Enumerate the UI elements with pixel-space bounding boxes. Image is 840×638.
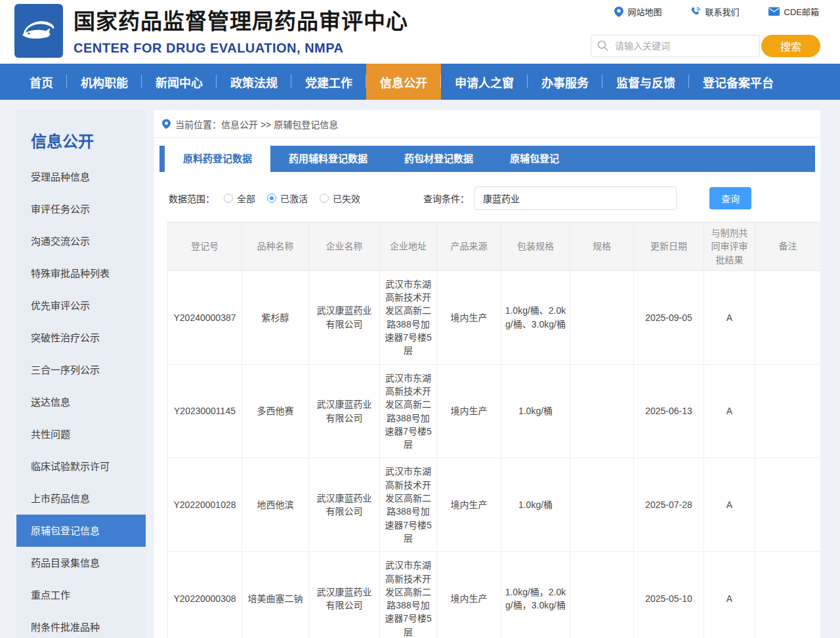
- nav-item[interactable]: 新闻中心: [142, 64, 217, 100]
- cell-company-name: 武汉康蓝药业有限公司: [309, 458, 380, 552]
- sidebar: 信息公开 受理品种信息 审评任务公示 沟通交流公示 特殊审批品种列表 优先审评公…: [16, 110, 146, 638]
- cell-spec: [570, 458, 634, 552]
- table-row: Y20240000387 紫杉醇 武汉康蓝药业有限公司 武汉市东湖高新技术开发区…: [168, 270, 821, 364]
- breadcrumb: 当前位置：信息公开 >> 原辅包登记信息: [154, 110, 820, 138]
- cell-company-address: 武汉市东湖高新技术开发区高新二路388号加速器7号楼5层: [380, 458, 437, 552]
- scope-label: 数据范围：: [169, 192, 215, 205]
- sidebar-item[interactable]: 上市药品信息: [16, 482, 146, 515]
- site-header: 国家药品监督管理局药品审评中心 CENTER FOR DRUG EVALUATI…: [0, 0, 840, 64]
- nav-item[interactable]: 办事服务: [528, 64, 602, 100]
- cell-review-result: A: [704, 270, 755, 364]
- cell-company-address: 武汉市东湖高新技术开发区高新二路388号加速器7号楼5层: [380, 270, 437, 364]
- tab[interactable]: 药用辅料登记数据: [270, 146, 386, 172]
- keyword-search-input[interactable]: [591, 35, 760, 57]
- cell-review-result: A: [704, 364, 755, 458]
- nav-item[interactable]: 政策法规: [217, 64, 291, 100]
- nav-item[interactable]: 申请人之窗: [441, 64, 528, 100]
- nav-item[interactable]: 首页: [16, 64, 67, 100]
- col-header: 登记号: [168, 223, 242, 271]
- nav-item[interactable]: 监督与反馈: [602, 64, 689, 100]
- header-search: 搜索: [591, 35, 820, 57]
- col-header: 品种名称: [242, 223, 309, 271]
- cell-review-result: A: [704, 552, 755, 638]
- cell-company-name: 武汉康蓝药业有限公司: [309, 364, 380, 458]
- cell-update-date: 2025-06-13: [634, 364, 704, 458]
- sidebar-item[interactable]: 优先审评公示: [16, 289, 146, 322]
- tab[interactable]: 原辅包登记: [492, 146, 578, 172]
- sidebar-item[interactable]: 送达信息: [16, 386, 146, 418]
- search-button[interactable]: 搜索: [761, 35, 820, 57]
- phone-icon: [691, 7, 701, 16]
- sitemap-link[interactable]: 网站地图: [614, 5, 662, 18]
- page-content: 信息公开 受理品种信息 审评任务公示 沟通交流公示 特殊审批品种列表 优先审评公…: [0, 100, 840, 638]
- cell-registration-no: Y20240000387: [168, 270, 242, 364]
- sidebar-item[interactable]: 审评任务公示: [16, 193, 146, 225]
- map-pin-icon: [614, 7, 623, 17]
- sidebar-item[interactable]: 临床试验默示许可: [16, 450, 146, 482]
- sidebar-item[interactable]: 受理品种信息: [16, 161, 146, 193]
- cell-remark: [755, 270, 821, 364]
- sidebar-item[interactable]: 突破性治疗公示: [16, 322, 146, 354]
- nav-item[interactable]: 机构职能: [67, 64, 142, 100]
- sidebar-item[interactable]: 药品目录集信息: [16, 547, 146, 579]
- cell-spec: [570, 552, 634, 638]
- cde-fish-logo-icon: [20, 16, 58, 45]
- table-row: Y20220001028 地西他滨 武汉康蓝药业有限公司 武汉市东湖高新技术开发…: [168, 458, 821, 552]
- registration-table: 登记号 品种名称 企业名称 企业地址 产品来源 包装规格 规格 更新日期 与制剂…: [167, 222, 820, 638]
- contact-link-label: 联系我们: [705, 5, 740, 18]
- contact-link[interactable]: 联系我们: [691, 5, 740, 18]
- nav-item[interactable]: 党建工作: [291, 64, 366, 100]
- sidebar-item[interactable]: 重点工作: [16, 579, 146, 611]
- sidebar-item[interactable]: 沟通交流公示: [16, 225, 146, 257]
- sidebar-item[interactable]: 特殊审批品种列表: [16, 257, 146, 289]
- sidebar-title: 信息公开: [16, 110, 146, 161]
- sidebar-item[interactable]: 原辅包登记信息: [16, 515, 146, 547]
- cell-remark: [755, 458, 821, 552]
- cell-update-date: 2025-05-10: [634, 552, 704, 638]
- query-button[interactable]: 查询: [709, 187, 751, 209]
- cell-company-address: 武汉市东湖高新技术开发区高新二路388号加速器7号楼5层: [380, 364, 437, 458]
- envelope-icon: [768, 7, 780, 16]
- cell-spec: [570, 364, 634, 458]
- cell-remark: [755, 364, 821, 458]
- mail-link[interactable]: CDE邮箱: [768, 5, 819, 18]
- cell-company-name: 武汉康蓝药业有限公司: [309, 270, 380, 364]
- query-input[interactable]: [474, 186, 677, 210]
- table-header-row: 登记号 品种名称 企业名称 企业地址 产品来源 包装规格 规格 更新日期 与制剂…: [168, 223, 821, 271]
- sidebar-item[interactable]: 三合一序列公示: [16, 354, 146, 386]
- site-title-cn: 国家药品监督管理局药品审评中心: [74, 4, 408, 35]
- tab[interactable]: 原料药登记数据: [165, 146, 270, 172]
- cell-package-spec: 1.0kg/桶: [501, 364, 570, 458]
- cell-product-name: 多西他赛: [242, 364, 309, 458]
- col-header: 更新日期: [634, 223, 704, 271]
- query-label: 查询条件：: [423, 192, 469, 205]
- col-header: 备注: [755, 223, 821, 271]
- sidebar-item[interactable]: 附条件批准品种: [16, 611, 146, 638]
- cell-product-name: 地西他滨: [242, 458, 309, 552]
- nav-item[interactable]: 信息公开: [366, 64, 441, 100]
- cell-spec: [570, 270, 634, 364]
- scope-radio[interactable]: 已激活: [267, 192, 308, 205]
- nav-item[interactable]: 登记备案平台: [689, 64, 788, 100]
- radio-circle-icon: [224, 194, 233, 203]
- col-header: 企业名称: [309, 223, 380, 271]
- scope-radio[interactable]: 已失效: [320, 192, 360, 205]
- col-header: 包装规格: [501, 223, 570, 271]
- col-header: 与制剂共同审评审批结果: [704, 223, 755, 271]
- cell-review-result: A: [704, 458, 755, 552]
- quick-links: 网站地图 联系我们 CDE邮箱: [614, 5, 819, 18]
- sidebar-item[interactable]: 共性问题: [16, 418, 146, 450]
- scope-radio-group: 全部 已激活 已失效: [224, 192, 360, 205]
- cell-package-spec: 1.0kg/桶，2.0kg/桶，3.0kg/桶: [501, 552, 570, 638]
- col-header: 规格: [570, 223, 634, 271]
- cell-company-name: 武汉康蓝药业有限公司: [309, 552, 380, 638]
- main-panel: 当前位置：信息公开 >> 原辅包登记信息 原料药登记数据 药用辅料登记数据 药包…: [154, 110, 820, 638]
- scope-radio[interactable]: 全部: [224, 192, 255, 205]
- sitemap-link-label: 网站地图: [628, 5, 662, 18]
- cell-product-source: 境内生产: [437, 458, 501, 552]
- cell-registration-no: Y20220001028: [168, 458, 242, 552]
- cell-registration-no: Y20230001145: [168, 364, 242, 458]
- cell-product-name: 培美曲塞二钠: [242, 552, 309, 638]
- tab[interactable]: 药包材登记数据: [386, 146, 492, 172]
- main-nav: 首页 机构职能 新闻中心 政策法规 党建工作 信息公开 申请人之窗 办事服务 监…: [0, 64, 840, 100]
